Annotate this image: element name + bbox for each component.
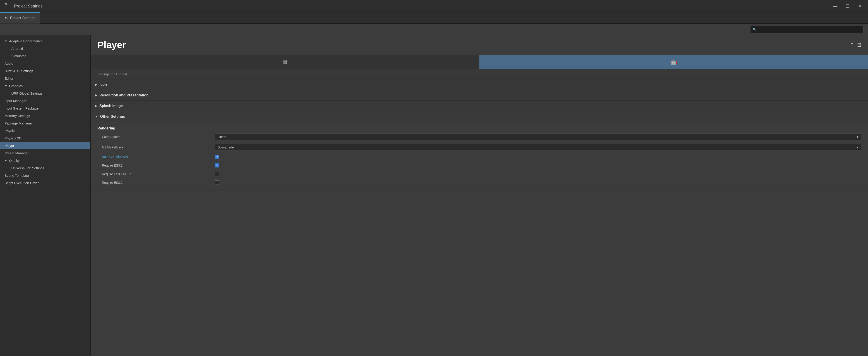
content-area: Player ? ⊞ 🖥 🤖 Settings for Android ▶ Ic… xyxy=(91,35,868,356)
es31-aep-value xyxy=(215,172,861,176)
rendering-group-label: Rendering xyxy=(91,124,868,132)
sidebar-item-package-manager[interactable]: Package Manager xyxy=(0,120,90,127)
section-splash: ▶ Splash Image xyxy=(91,101,868,111)
field-row-es31-aep: Require ES3.1+AEP xyxy=(91,170,868,179)
es32-checkbox[interactable] xyxy=(215,181,219,185)
graphics-arrow: ▼ xyxy=(4,85,7,88)
sidebar-label-graphics: Graphics xyxy=(9,84,23,88)
sidebar-item-simulator[interactable]: Simulator xyxy=(0,52,90,60)
color-space-value: Linear Gamma ▼ xyxy=(215,133,861,140)
sidebar: ▼ Adaptive Performance Android Simulator… xyxy=(0,35,91,356)
project-settings-tab[interactable]: ⚙ Project Settings xyxy=(0,12,40,24)
auto-graphics-value xyxy=(215,155,861,159)
sidebar-label-preset-manager: Preset Manager xyxy=(4,151,29,155)
es31-value xyxy=(215,163,861,167)
sidebar-label-package-manager: Package Manager xyxy=(4,121,32,125)
search-wrapper[interactable]: 🔍 xyxy=(750,26,864,33)
color-space-dropdown-wrapper: Linear Gamma ▼ xyxy=(215,133,861,140)
close-button[interactable]: ✕ xyxy=(856,2,864,10)
sidebar-item-editor[interactable]: Editor xyxy=(0,75,90,82)
help-button[interactable]: ? xyxy=(851,42,854,48)
sidebar-item-player[interactable]: Player xyxy=(0,142,90,149)
sidebar-item-audio[interactable]: Audio xyxy=(0,60,90,67)
splash-section-arrow: ▶ xyxy=(95,104,97,107)
platform-tabs: 🖥 🤖 xyxy=(91,55,868,69)
section-icon-header[interactable]: ▶ Icon xyxy=(91,79,868,90)
msaa-fallback-value: Downgrade None ▼ xyxy=(215,144,861,151)
other-section-arrow: ▼ xyxy=(95,115,98,118)
sidebar-label-adaptive-performance: Adaptive Performance xyxy=(9,39,42,43)
es31-checkbox[interactable] xyxy=(215,163,219,167)
minimize-button[interactable]: — xyxy=(831,3,839,10)
es32-value xyxy=(215,181,861,185)
sidebar-label-simulator: Simulator xyxy=(11,54,26,58)
section-other: ▼ Other Settings Rendering Color Space* … xyxy=(91,111,868,189)
adaptive-performance-arrow: ▼ xyxy=(4,40,7,43)
sidebar-label-script-execution: Script Execution Order xyxy=(4,181,39,185)
sidebar-label-quality: Quality xyxy=(9,159,20,162)
sidebar-item-scene-template[interactable]: Scene Template xyxy=(0,172,90,179)
es31-label: Require ES3.1 xyxy=(102,164,215,167)
section-icon-label: Icon xyxy=(99,83,107,87)
sidebar-item-physics[interactable]: Physics xyxy=(0,127,90,134)
section-splash-label: Splash Image xyxy=(99,104,123,108)
search-input[interactable] xyxy=(758,28,861,31)
sidebar-item-urp-global[interactable]: URP Global Settings xyxy=(0,90,90,97)
main-layout: ▼ Adaptive Performance Android Simulator… xyxy=(0,35,868,356)
sidebar-item-quality[interactable]: ▼ Quality xyxy=(0,157,90,164)
section-resolution: ▶ Resolution and Presentation xyxy=(91,90,868,101)
es31-aep-label: Require ES3.1+AEP xyxy=(102,172,215,176)
msaa-fallback-dropdown-wrapper: Downgrade None ▼ xyxy=(215,144,861,151)
sidebar-label-player: Player xyxy=(4,144,14,148)
sidebar-label-physics: Physics xyxy=(4,129,16,133)
field-row-auto-graphics: Auto Graphics API xyxy=(91,153,868,161)
sidebar-label-memory-settings: Memory Settings xyxy=(4,114,30,118)
auto-graphics-checkbox[interactable] xyxy=(215,155,219,159)
sidebar-item-android[interactable]: Android xyxy=(0,45,90,52)
field-row-es31: Require ES3.1 xyxy=(91,161,868,170)
sidebar-item-preset-manager[interactable]: Preset Manager xyxy=(0,149,90,157)
sidebar-item-graphics[interactable]: ▼ Graphics xyxy=(0,82,90,90)
desktop-platform-tab[interactable]: 🖥 xyxy=(91,55,479,69)
sidebar-label-input-system: Input System Package xyxy=(4,106,38,110)
section-other-header[interactable]: ▼ Other Settings xyxy=(91,111,868,122)
field-row-color-space: Color Space* Linear Gamma ▼ xyxy=(91,132,868,142)
sidebar-label-input-manager: Input Manager xyxy=(4,99,27,103)
section-splash-header[interactable]: ▶ Splash Image xyxy=(91,101,868,111)
title-bar-text: Project Settings xyxy=(14,4,42,9)
sidebar-label-scene-template: Scene Template xyxy=(4,173,29,177)
title-bar-controls: — ☐ ✕ xyxy=(831,2,864,10)
sidebar-item-burst-aot[interactable]: Burst AOT Settings xyxy=(0,67,90,75)
maximize-button[interactable]: ☐ xyxy=(844,2,851,10)
field-row-es32: Require ES3.2 xyxy=(91,179,868,187)
sidebar-item-adaptive-performance[interactable]: ▼ Adaptive Performance xyxy=(0,37,90,45)
sidebar-item-memory-settings[interactable]: Memory Settings xyxy=(0,112,90,120)
content-header-icons: ? ⊞ xyxy=(851,42,861,48)
msaa-fallback-label: MSAA Fallback xyxy=(102,145,215,149)
search-icon: 🔍 xyxy=(753,28,756,31)
tab-label: Project Settings xyxy=(10,16,35,20)
sidebar-item-physics-2d[interactable]: Physics 2D xyxy=(0,134,90,142)
sidebar-item-universal-rp[interactable]: Universal RP Settings xyxy=(0,164,90,172)
field-row-msaa-fallback: MSAA Fallback Downgrade None ▼ xyxy=(91,142,868,153)
android-icon: 🤖 xyxy=(670,59,677,65)
sidebar-item-script-execution[interactable]: Script Execution Order xyxy=(0,179,90,187)
android-platform-tab[interactable]: 🤖 xyxy=(479,55,868,69)
content-title: Player xyxy=(97,40,126,51)
title-bar: ⚙ Project Settings — ☐ ✕ xyxy=(0,0,868,12)
layout-button[interactable]: ⊞ xyxy=(857,42,861,48)
color-space-label: Color Space* xyxy=(102,135,215,139)
sidebar-item-input-manager[interactable]: Input Manager xyxy=(0,97,90,104)
sidebar-item-input-system[interactable]: Input System Package xyxy=(0,104,90,112)
content-header: Player ? ⊞ xyxy=(91,35,868,55)
search-bar: 🔍 xyxy=(0,24,868,35)
msaa-fallback-dropdown[interactable]: Downgrade None xyxy=(215,144,861,151)
section-resolution-header[interactable]: ▶ Resolution and Presentation xyxy=(91,90,868,100)
es31-aep-checkbox[interactable] xyxy=(215,172,219,176)
color-space-dropdown[interactable]: Linear Gamma xyxy=(215,133,861,140)
auto-graphics-label[interactable]: Auto Graphics API xyxy=(102,155,215,159)
sidebar-label-physics-2d: Physics 2D xyxy=(4,136,22,140)
sidebar-label-burst-aot: Burst AOT Settings xyxy=(4,69,33,73)
quality-arrow: ▼ xyxy=(4,159,7,162)
section-other-label: Other Settings xyxy=(100,115,125,119)
